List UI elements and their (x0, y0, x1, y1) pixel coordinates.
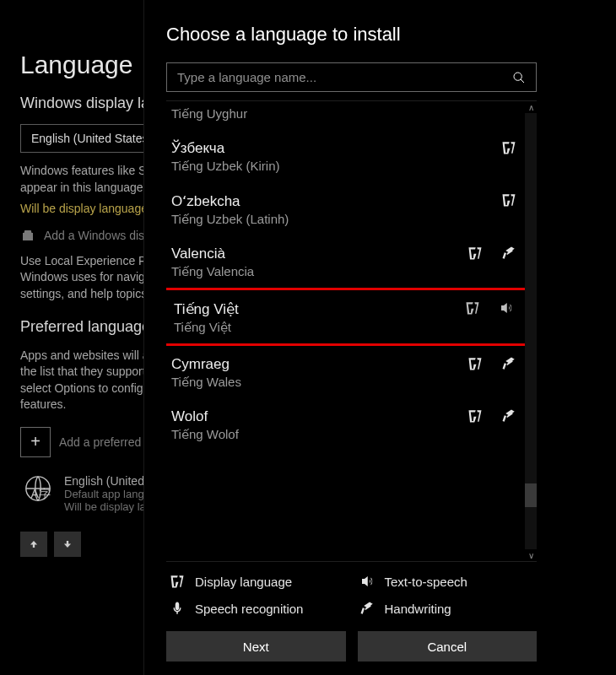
language-local-name: Tiếng Uzbek (Latinh) (171, 212, 520, 227)
speech-recognition-icon (170, 601, 185, 616)
display-language-icon (465, 300, 480, 316)
display-language-icon (501, 140, 516, 155)
language-feature-icons (467, 408, 516, 424)
legend-handwriting: Handwriting (359, 601, 534, 616)
handwriting-icon (359, 601, 375, 616)
language-feature-icons (501, 140, 516, 155)
legend-handwriting-label: Handwriting (385, 602, 451, 616)
legend-speech-label: Speech recognition (195, 602, 303, 616)
globe-language-icon (24, 474, 52, 503)
display-language-icon (170, 574, 185, 589)
scroll-thumb[interactable] (525, 483, 537, 507)
language-local-name: Tiếng Wales (171, 375, 520, 390)
install-language-dialog: Choose a language to install Type a lang… (143, 0, 559, 675)
language-item[interactable]: Tiếng Uyghur (166, 101, 525, 130)
next-button[interactable]: Next (166, 631, 346, 662)
handwriting-icon (501, 408, 516, 424)
scroll-track[interactable] (525, 113, 537, 549)
search-placeholder: Type a language name... (177, 70, 316, 84)
language-local-name: Tiếng Uyghur (171, 106, 520, 122)
language-item[interactable]: WolofTiếng Wolof (166, 398, 525, 451)
language-item[interactable]: OʻzbekchaTiếng Uzbek (Latinh) (166, 182, 525, 235)
display-language-icon (467, 408, 483, 424)
language-list-container: Tiếng UyghurЎзбекчаTiếng Uzbek (Kirin)Oʻ… (166, 100, 537, 562)
cancel-button[interactable]: Cancel (358, 631, 538, 662)
plus-icon: + (20, 427, 51, 457)
legend-tts-label: Text-to-speech (385, 575, 467, 589)
language-feature-icons (465, 300, 514, 316)
feature-legend: Display language Text-to-speech Speech r… (166, 562, 537, 631)
language-item[interactable]: CymraegTiếng Wales (166, 346, 525, 398)
language-native-name: Oʻzbekcha (171, 192, 520, 210)
language-item[interactable]: ЎзбекчаTiếng Uzbek (Kirin) (166, 130, 525, 182)
legend-display-label: Display language (195, 575, 292, 589)
language-local-name: Tiếng Việt (174, 320, 517, 335)
handwriting-icon (501, 356, 516, 371)
display-language-icon (467, 356, 483, 371)
handwriting-icon (501, 246, 516, 261)
text-to-speech-icon (359, 574, 375, 589)
language-feature-icons (501, 192, 516, 208)
scroll-up-arrow[interactable]: ∧ (525, 101, 537, 113)
move-down-button (54, 532, 81, 557)
language-local-name: Tiếng Uzbek (Kirin) (171, 159, 520, 174)
search-input[interactable]: Type a language name... (166, 62, 537, 92)
move-up-button (20, 532, 47, 557)
text-to-speech-icon (499, 300, 514, 316)
legend-tts: Text-to-speech (359, 574, 534, 589)
store-icon (20, 228, 35, 243)
language-item[interactable]: Tiếng ViệtTiếng Việt (166, 288, 525, 346)
scroll-down-arrow[interactable]: ∨ (525, 549, 537, 561)
language-local-name: Tiếng Valencia (171, 264, 520, 279)
dialog-title: Choose a language to install (166, 24, 537, 46)
search-icon (512, 71, 526, 84)
dialog-buttons: Next Cancel (166, 631, 537, 662)
language-feature-icons (467, 356, 516, 371)
display-language-icon (501, 192, 516, 208)
scrollbar[interactable]: ∧ ∨ (525, 101, 537, 561)
language-native-name: Ўзбекча (171, 140, 520, 157)
legend-speech: Speech recognition (170, 601, 344, 616)
language-feature-icons (467, 246, 516, 261)
legend-display: Display language (170, 574, 344, 589)
language-item[interactable]: ValenciàTiếng Valencia (166, 235, 525, 288)
language-local-name: Tiếng Wolof (171, 427, 520, 442)
language-list[interactable]: Tiếng UyghurЎзбекчаTiếng Uzbek (Kirin)Oʻ… (166, 101, 525, 561)
display-language-icon (467, 246, 483, 261)
